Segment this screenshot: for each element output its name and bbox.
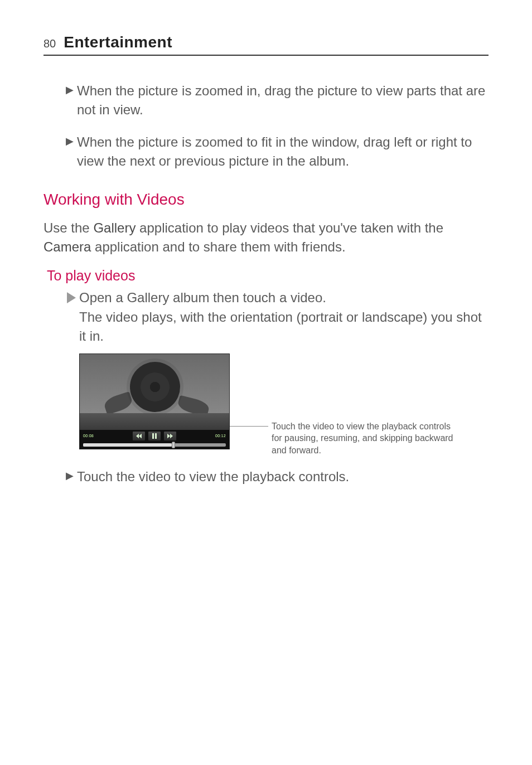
section-title: Entertainment: [64, 33, 172, 51]
skip-forward-button[interactable]: [163, 431, 177, 441]
video-content: [80, 413, 229, 430]
triangle-right-icon: ▶: [66, 469, 74, 486]
bullet-text: When the picture is zoomed in, drag the …: [77, 81, 489, 119]
pause-icon: [152, 433, 157, 439]
bullet-touch-video: ▶ Touch the video to view the playback c…: [43, 467, 489, 486]
heading-working-with-videos: Working with Videos: [43, 191, 489, 209]
instruction-line2: The video plays, with the orientation (p…: [79, 309, 482, 343]
pause-button[interactable]: [148, 431, 161, 441]
bullet-zoom-fit: ▶ When the picture is zoomed to fit in t…: [43, 133, 489, 171]
bullet-text: Open a Gallery album then touch a video.…: [79, 288, 489, 345]
skip-forward-icon: [167, 433, 173, 439]
svg-marker-2: [139, 434, 142, 438]
svg-rect-3: [152, 433, 154, 439]
svg-rect-4: [155, 433, 157, 439]
text-segment: application and to share them with frien…: [91, 239, 345, 254]
playback-controls-bar: 00:08 00:12: [80, 430, 229, 449]
bullet-text: Touch the video to view the playback con…: [77, 467, 349, 486]
app-name-camera: Camera: [43, 239, 91, 254]
intro-paragraph: Use the Gallery application to play vide…: [43, 219, 489, 256]
triangle-right-icon: [66, 292, 77, 303]
callout-text: Touch the video to view the playback con…: [272, 420, 461, 457]
total-time: 00:12: [215, 434, 226, 438]
svg-marker-0: [67, 292, 76, 303]
figure-video-player: 00:08 00:12: [43, 354, 489, 457]
svg-marker-5: [167, 434, 170, 438]
svg-marker-1: [136, 434, 139, 438]
bullet-zoom-drag: ▶ When the picture is zoomed in, drag th…: [43, 81, 489, 119]
page-header: 80 Entertainment: [43, 33, 489, 56]
triangle-right-icon: ▶: [66, 135, 74, 171]
skip-back-button[interactable]: [132, 431, 146, 441]
text-segment: application to play videos that you've t…: [136, 220, 443, 235]
video-player-screenshot: 00:08 00:12: [79, 354, 230, 449]
page-number: 80: [43, 37, 56, 50]
elapsed-time: 00:08: [83, 434, 94, 438]
callout-leader-line: [229, 426, 268, 427]
progress-thumb[interactable]: [172, 442, 175, 448]
progress-fill: [83, 443, 172, 447]
instruction-line1: Open a Gallery album then touch a video.: [79, 290, 326, 305]
heading-to-play-videos: To play videos: [47, 268, 489, 284]
svg-marker-6: [170, 434, 173, 438]
bullet-open-gallery: Open a Gallery album then touch a video.…: [43, 288, 489, 345]
bullet-text: When the picture is zoomed to fit in the…: [77, 133, 489, 171]
app-name-gallery: Gallery: [93, 220, 136, 235]
skip-back-icon: [136, 433, 142, 439]
video-content: [130, 362, 180, 412]
triangle-right-icon: ▶: [66, 84, 74, 119]
text-segment: Use the: [43, 220, 93, 235]
playback-buttons: [132, 431, 177, 441]
progress-slider[interactable]: [83, 443, 226, 447]
